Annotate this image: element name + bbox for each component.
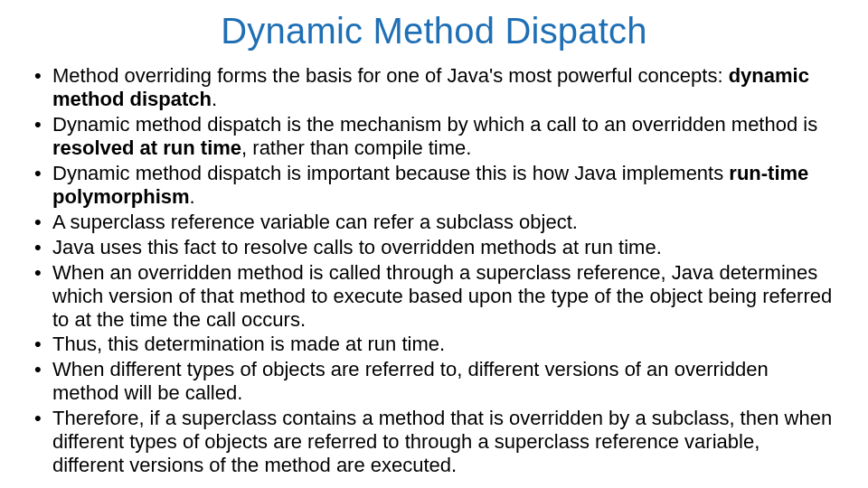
bullet-item: Method overriding forms the basis for on… <box>52 64 835 111</box>
bullet-item: When different types of objects are refe… <box>52 358 835 405</box>
text-run: A superclass reference variable can refe… <box>52 211 578 233</box>
bullet-item: Java uses this fact to resolve calls to … <box>52 236 835 259</box>
text-run: When different types of objects are refe… <box>52 358 769 404</box>
slide-title: Dynamic Method Dispatch <box>33 11 835 52</box>
slide: Dynamic Method Dispatch Method overridin… <box>0 0 868 488</box>
bullet-list: Method overriding forms the basis for on… <box>33 64 835 477</box>
text-run: Dynamic method dispatch is important bec… <box>52 162 729 184</box>
bullet-item: Dynamic method dispatch is important bec… <box>52 162 835 209</box>
bullet-item: Thus, this determination is made at run … <box>52 333 835 356</box>
text-run: , rather than compile time. <box>241 136 471 159</box>
text-run: Java uses this fact to resolve calls to … <box>52 236 662 258</box>
bullet-item: When an overridden method is called thro… <box>52 261 835 332</box>
text-run: Dynamic method dispatch is the mechanism… <box>52 113 817 136</box>
bullet-item: A superclass reference variable can refe… <box>52 211 835 234</box>
text-run: When an overridden method is called thro… <box>52 261 832 331</box>
text-run: . <box>212 88 217 110</box>
text-run: Method overriding forms the basis for on… <box>52 64 729 87</box>
bullet-item: Dynamic method dispatch is the mechanism… <box>52 113 835 160</box>
text-run: resolved at run time <box>52 136 241 159</box>
text-run: . <box>190 185 195 208</box>
bullet-item: Therefore, if a superclass contains a me… <box>52 407 835 477</box>
text-run: Therefore, if a superclass contains a me… <box>52 407 832 476</box>
text-run: Thus, this determination is made at run … <box>52 333 445 355</box>
